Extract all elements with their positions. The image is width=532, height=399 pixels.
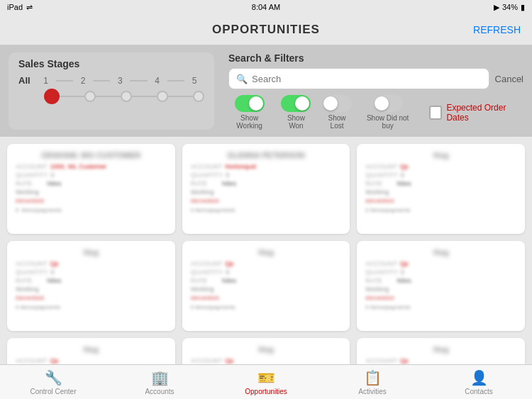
card-7-title: Hog (16, 345, 167, 354)
card-2-account-label: ACCOUNT (191, 163, 223, 170)
card-6-account-value: Qp (400, 260, 409, 267)
card-5-rate-value: Nites (222, 277, 237, 284)
stage-num-2[interactable]: 2 (73, 76, 93, 86)
tab-control-center[interactable]: 🔧 Control Center (0, 365, 106, 399)
tab-opportunities-label: Opportunities (245, 388, 287, 395)
stage-num-4[interactable]: 4 (148, 76, 167, 86)
card-6-qty-label: QUANTITY (365, 269, 398, 276)
toggle-lost-switch[interactable] (322, 95, 352, 112)
card-3-status: Working (365, 189, 516, 196)
tab-opportunities[interactable]: 🎫 Opportunities (213, 365, 319, 399)
card-6-items: 0 Items/payments (365, 304, 410, 310)
refresh-button[interactable]: REFRESH (473, 24, 521, 35)
card-4-date: 03/14/2023 (16, 295, 44, 301)
card-2-rate-value: Nites (222, 180, 237, 187)
toggle-show-working: Show Working (228, 95, 270, 130)
card-3-qty-row: QUANTITY 0 (365, 172, 516, 179)
status-time: 8:04 AM (252, 3, 280, 11)
card-2-date-val: 03/14/2023 (191, 198, 219, 204)
stage-dot-4[interactable] (193, 91, 204, 102)
battery-icon: ▮ (521, 3, 525, 12)
stage-dot-1[interactable] (84, 91, 96, 102)
tab-accounts-label: Accounts (145, 388, 174, 395)
all-label[interactable]: All (18, 75, 31, 86)
stage-dot-2[interactable] (121, 91, 132, 102)
card-4-account-label: ACCOUNT (16, 260, 48, 267)
opportunities-icon: 🎫 (257, 369, 275, 386)
stage-dot-active[interactable] (44, 89, 60, 104)
opportunity-card-5[interactable]: Hog ACCOUNTQp QUANTITY0 RATENites Workin… (182, 241, 350, 331)
tab-activities[interactable]: 📋 Activities (319, 365, 426, 399)
card-1-rate-label: RATE (16, 180, 44, 187)
toggle-did-not-buy-switch[interactable] (373, 95, 403, 112)
opportunity-card-1[interactable]: GRAHAM, WG CUSTOMER ACCOUNT 1000, WL Cus… (7, 144, 175, 234)
card-3-amount-row: ACCOUNT Qp (365, 163, 516, 170)
accounts-icon: 🏢 (151, 369, 169, 386)
card-2-qty-value: 0 (226, 172, 229, 179)
card-4-status: Working (16, 286, 167, 293)
cancel-button[interactable]: Cancel (495, 74, 523, 84)
toggle-did-not-buy-label: Show Did not buy (362, 114, 414, 130)
wifi-icon: ⇌ (26, 3, 33, 12)
tab-bar: 🔧 Control Center 🏢 Accounts 🎫 Opportunit… (0, 364, 532, 399)
activities-icon: 📋 (364, 369, 382, 386)
tab-accounts[interactable]: 🏢 Accounts (106, 365, 213, 399)
search-box[interactable]: 🔍 (228, 68, 489, 89)
card-1-status: Working (16, 189, 167, 196)
contacts-icon: 👤 (470, 369, 488, 386)
card-5-account-label: ACCOUNT (191, 260, 223, 267)
page-title: OPPORTUNITIES (212, 23, 320, 37)
card-1-date-val: 03/14/2023 (16, 198, 44, 204)
search-icon: 🔍 (236, 74, 248, 84)
card-1-amount-row: ACCOUNT 1000, WL Customer (16, 163, 167, 170)
opportunity-card-4[interactable]: Hog ACCOUNTQp QUANTITY0 RATENites Workin… (7, 241, 175, 331)
card-6-account-label: ACCOUNT (365, 260, 397, 267)
card-2-items: 0 Items/payments (191, 207, 342, 213)
card-3-qty-value: 0 (401, 172, 404, 179)
card-7-account-label: ACCOUNT (16, 357, 48, 364)
expected-order-dates-container: Expected Order Dates (429, 103, 523, 123)
card-2-amount-row: ACCOUNT Hortonqust (191, 163, 342, 170)
card-2-account-value: Hortonqust (225, 163, 256, 170)
card-1-items-value: Items/payments (21, 207, 61, 213)
card-9-account-label: ACCOUNT (365, 357, 397, 364)
card-3-qty-label: QUANTITY (365, 172, 398, 179)
stage-num-1[interactable]: 1 (36, 76, 56, 86)
nav-bar: OPPORTUNITIES REFRESH (0, 14, 532, 45)
status-right: ▶ 34% ▮ (494, 3, 525, 12)
stage-dot-3[interactable] (157, 91, 168, 102)
stage-num-3[interactable]: 3 (110, 76, 130, 86)
toggle-working-switch[interactable] (235, 95, 265, 112)
card-3-items: 0 Items/payments (365, 207, 516, 213)
card-5-items: 0 Items/payments (191, 304, 235, 310)
tab-contacts-label: Contacts (465, 388, 492, 395)
toggles-row: Show Working Show Won Show Lost (228, 95, 523, 130)
control-center-icon: 🔧 (45, 369, 62, 386)
card-4-qty-value: 0 (51, 269, 55, 276)
cards-grid: GRAHAM, WG CUSTOMER ACCOUNT 1000, WL Cus… (0, 137, 532, 393)
battery-level: 34% (502, 3, 518, 11)
status-bar: iPad ⇌ 8:04 AM ▶ 34% ▮ (0, 0, 532, 14)
tab-contacts[interactable]: 👤 Contacts (426, 365, 532, 399)
opportunity-card-3[interactable]: Hog ACCOUNT Qp QUANTITY 0 RATE Nites Wor… (357, 144, 525, 234)
search-input[interactable] (252, 74, 482, 84)
tab-activities-label: Activities (358, 388, 386, 395)
toggle-lost-label: Show Lost (322, 114, 353, 130)
search-filters-title: Search & Filters (228, 52, 523, 64)
opportunity-card-6[interactable]: Hog ACCOUNTQp QUANTITY0 RATENites Workin… (357, 241, 525, 331)
expected-dates-checkbox[interactable] (429, 106, 443, 120)
search-row: 🔍 Cancel (228, 68, 523, 89)
filters-area: Sales Stages All 1 2 3 4 5 (0, 45, 532, 137)
toggle-won-switch[interactable] (281, 95, 311, 112)
card-1-account-value: 1000, WL Customer (50, 163, 107, 170)
card-2-qty-row: QUANTITY 0 (191, 172, 342, 179)
card-6-rate-value: Nites (397, 277, 411, 284)
opportunity-card-2[interactable]: GLENNA PETERSON ACCOUNT Hortonqust QUANT… (182, 144, 350, 234)
card-5-title: Hog (191, 248, 342, 257)
card-9-account-value: Qp (400, 357, 409, 364)
card-3-rate-row: RATE Nites (365, 180, 516, 187)
stage-num-5[interactable]: 5 (184, 76, 204, 86)
sales-stages-title: Sales Stages (18, 58, 204, 69)
card-4-title: Hog (16, 248, 167, 257)
card-3-items-text: 0 Items/payments (365, 207, 410, 213)
